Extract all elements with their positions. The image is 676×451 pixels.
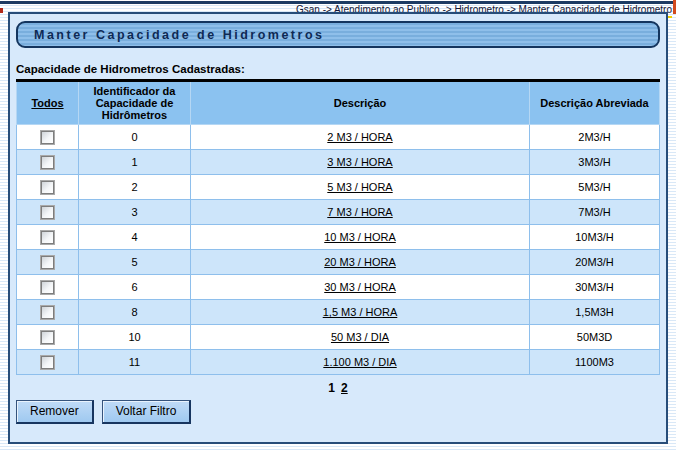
descricao-link[interactable]: 30 M3 / HORA — [324, 281, 396, 293]
main-panel: Manter Capacidade de Hidrometros Capacid… — [8, 12, 668, 444]
row-descricao-abreviada: 50M3D — [530, 325, 660, 350]
header-todos: Todos — [17, 81, 79, 125]
row-id: 10 — [79, 325, 191, 350]
row-checkbox-cell — [17, 250, 79, 275]
row-descricao-cell: 1.100 M3 / DIA — [191, 350, 530, 375]
row-checkbox-cell — [17, 200, 79, 225]
row-descricao-cell: 10 M3 / HORA — [191, 225, 530, 250]
descricao-link[interactable]: 5 M3 / HORA — [327, 181, 392, 193]
row-checkbox[interactable] — [41, 131, 54, 144]
table-row: 410 M3 / HORA10M3/H — [17, 225, 660, 250]
row-checkbox[interactable] — [41, 156, 54, 169]
table-row: 25 M3 / HORA5M3/H — [17, 175, 660, 200]
results-table: Todos Identificador da Capacidade de Hid… — [16, 79, 660, 375]
row-checkbox-cell — [17, 275, 79, 300]
left-red-accent — [0, 8, 3, 13]
descricao-link[interactable]: 2 M3 / HORA — [327, 131, 392, 143]
row-descricao-cell: 7 M3 / HORA — [191, 200, 530, 225]
table-row: 630 M3 / HORA30M3/H — [17, 275, 660, 300]
select-all-link[interactable]: Todos — [31, 97, 63, 109]
row-descricao-cell: 2 M3 / HORA — [191, 125, 530, 150]
table-row: 37 M3 / HORA7M3/H — [17, 200, 660, 225]
table-row: 13 M3 / HORA3M3/H — [17, 150, 660, 175]
row-descricao-cell: 30 M3 / HORA — [191, 275, 530, 300]
descricao-link[interactable]: 20 M3 / HORA — [324, 256, 396, 268]
descricao-link[interactable]: 1.100 M3 / DIA — [323, 356, 396, 368]
row-id: 4 — [79, 225, 191, 250]
row-descricao-cell: 20 M3 / HORA — [191, 250, 530, 275]
row-checkbox[interactable] — [41, 356, 54, 369]
row-checkbox-cell — [17, 150, 79, 175]
remover-button[interactable]: Remover — [16, 400, 94, 424]
row-id: 1 — [79, 150, 191, 175]
pagination-page-link[interactable]: 2 — [341, 381, 348, 395]
descricao-link[interactable]: 50 M3 / DIA — [331, 331, 389, 343]
row-descricao-cell: 50 M3 / DIA — [191, 325, 530, 350]
pagination: 12 — [14, 381, 662, 395]
header-identificador: Identificador da Capacidade de Hidrômetr… — [79, 81, 191, 125]
row-descricao-cell: 5 M3 / HORA — [191, 175, 530, 200]
row-checkbox-cell — [17, 325, 79, 350]
row-checkbox[interactable] — [41, 331, 54, 344]
row-id: 2 — [79, 175, 191, 200]
row-checkbox[interactable] — [41, 181, 54, 194]
row-descricao-abreviada: 20M3/H — [530, 250, 660, 275]
row-checkbox[interactable] — [41, 256, 54, 269]
row-id: 11 — [79, 350, 191, 375]
row-descricao-abreviada: 30M3/H — [530, 275, 660, 300]
row-checkbox-cell — [17, 350, 79, 375]
row-checkbox-cell — [17, 175, 79, 200]
page-title: Manter Capacidade de Hidrometros — [34, 28, 324, 42]
row-id: 0 — [79, 125, 191, 150]
row-descricao-abreviada: 1,5M3H — [530, 300, 660, 325]
row-descricao-abreviada: 5M3/H — [530, 175, 660, 200]
table-row: 520 M3 / HORA20M3/H — [17, 250, 660, 275]
table-header-row: Todos Identificador da Capacidade de Hid… — [17, 81, 660, 125]
row-id: 5 — [79, 250, 191, 275]
pagination-current-page: 1 — [328, 381, 335, 395]
header-descricao: Descrição — [191, 81, 530, 125]
table-row: 111.100 M3 / DIA1100M3 — [17, 350, 660, 375]
row-descricao-cell: 1,5 M3 / HORA — [191, 300, 530, 325]
row-checkbox-cell — [17, 225, 79, 250]
results-table-wrap: Todos Identificador da Capacidade de Hid… — [16, 79, 660, 375]
section-label: Capacidade de Hidrometros Cadastradas: — [16, 63, 662, 75]
row-id: 6 — [79, 275, 191, 300]
row-descricao-cell: 3 M3 / HORA — [191, 150, 530, 175]
descricao-link[interactable]: 7 M3 / HORA — [327, 206, 392, 218]
page-title-bar: Manter Capacidade de Hidrometros — [16, 21, 660, 48]
voltar-filtro-button[interactable]: Voltar Filtro — [102, 400, 192, 424]
table-row: 1050 M3 / DIA50M3D — [17, 325, 660, 350]
header-descricao-abreviada: Descrição Abreviada — [530, 81, 660, 125]
row-checkbox[interactable] — [41, 306, 54, 319]
table-row: 81,5 M3 / HORA1,5M3H — [17, 300, 660, 325]
row-checkbox[interactable] — [41, 206, 54, 219]
row-checkbox[interactable] — [41, 281, 54, 294]
row-descricao-abreviada: 10M3/H — [530, 225, 660, 250]
row-checkbox[interactable] — [41, 231, 54, 244]
row-id: 8 — [79, 300, 191, 325]
row-descricao-abreviada: 7M3/H — [530, 200, 660, 225]
row-descricao-abreviada: 1100M3 — [530, 350, 660, 375]
row-checkbox-cell — [17, 125, 79, 150]
descricao-link[interactable]: 3 M3 / HORA — [327, 156, 392, 168]
row-id: 3 — [79, 200, 191, 225]
row-checkbox-cell — [17, 300, 79, 325]
action-buttons: Remover Voltar Filtro — [16, 400, 662, 424]
descricao-link[interactable]: 1,5 M3 / HORA — [323, 306, 398, 318]
descricao-link[interactable]: 10 M3 / HORA — [324, 231, 396, 243]
row-descricao-abreviada: 3M3/H — [530, 150, 660, 175]
table-row: 02 M3 / HORA2M3/H — [17, 125, 660, 150]
row-descricao-abreviada: 2M3/H — [530, 125, 660, 150]
